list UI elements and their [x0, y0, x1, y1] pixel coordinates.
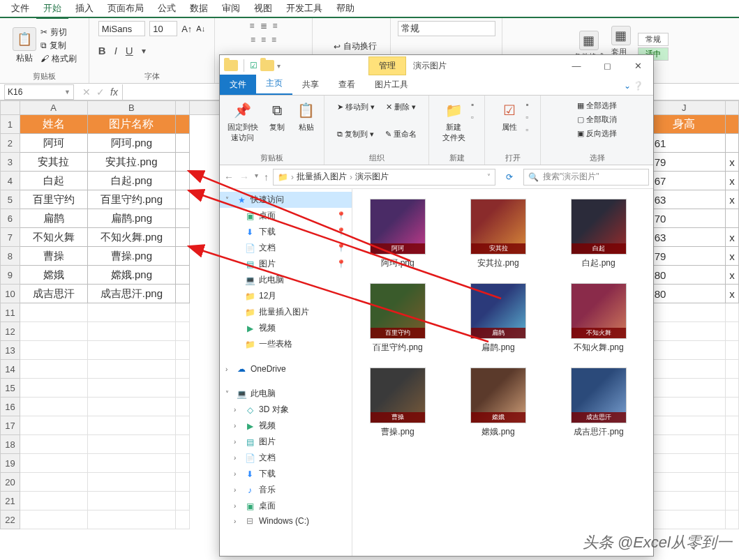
- row-header-14[interactable]: 14: [1, 360, 20, 379]
- name-box[interactable]: K16▼: [4, 84, 74, 100]
- fx-icon[interactable]: fx: [110, 86, 118, 98]
- paste-icon[interactable]: 📋: [13, 27, 36, 51]
- col-header-A[interactable]: A: [20, 101, 87, 115]
- number-format-select[interactable]: 常规: [398, 21, 495, 36]
- invert-select-button[interactable]: ▣ 反向选择: [576, 128, 618, 139]
- table-format-icon[interactable]: ▦: [611, 26, 631, 45]
- history-icon[interactable]: ▫: [525, 125, 528, 135]
- cell-A2[interactable]: 阿珂: [20, 134, 87, 153]
- open-icon[interactable]: ▪: [525, 100, 528, 109]
- cell-A9[interactable]: 嫦娥: [20, 266, 87, 285]
- format-painter-button[interactable]: 🖌 格式刷: [40, 53, 77, 65]
- breadcrumb[interactable]: 📁› 批量插入图片› 演示图片 ˅: [273, 169, 495, 186]
- select-all-button[interactable]: ▦ 全部选择: [576, 100, 618, 112]
- tab-file[interactable]: 文件: [220, 75, 256, 95]
- row-header-20[interactable]: 20: [1, 473, 20, 492]
- tree-node[interactable]: ⬇下载📍: [220, 224, 352, 240]
- back-button[interactable]: ←: [224, 172, 234, 183]
- tab-view[interactable]: 查看: [329, 75, 365, 95]
- tab-share[interactable]: 共享: [292, 75, 329, 95]
- qat-check-icon[interactable]: ☑: [250, 61, 257, 70]
- cell-B9[interactable]: 嫦娥.png: [87, 266, 176, 285]
- cell-B8[interactable]: 曹操.png: [87, 247, 176, 266]
- tree-node[interactable]: ›⬇下载: [220, 466, 352, 482]
- search-input[interactable]: 🔍 搜索"演示图片": [523, 169, 649, 186]
- row-header-9[interactable]: 9: [1, 266, 20, 285]
- pin-quick-access-button[interactable]: 📌固定到快 速访问: [225, 98, 261, 144]
- row-header-12[interactable]: 12: [1, 322, 20, 341]
- cell-J2[interactable]: 161: [643, 134, 726, 153]
- maximize-button[interactable]: ◻: [592, 56, 622, 75]
- forward-button[interactable]: →: [239, 172, 249, 183]
- explorer-tree[interactable]: ˅★快速访问▣桌面📍⬇下载📍📄文档📍▤图片📍💻此电脑📁12月📁批量插入图片▶视频…: [220, 189, 352, 556]
- row-header-16[interactable]: 16: [1, 398, 20, 416]
- cell-J7[interactable]: 163: [643, 228, 726, 247]
- row-header-21[interactable]: 21: [1, 492, 20, 510]
- menu-开发工具[interactable]: 开发工具: [279, 0, 329, 17]
- cell-B6[interactable]: 扁鹊.png: [87, 209, 176, 228]
- row-header-6[interactable]: 6: [1, 209, 20, 228]
- col-header-B[interactable]: B: [87, 101, 176, 115]
- cell-J5[interactable]: 163: [643, 190, 726, 209]
- select-all[interactable]: [1, 101, 20, 115]
- file-item[interactable]: 白起白起.png: [560, 199, 637, 269]
- italic-button[interactable]: I: [114, 45, 117, 56]
- cell-J9[interactable]: 180: [643, 266, 726, 285]
- file-item[interactable]: 百里守约百里守约.png: [359, 283, 436, 354]
- new-item-icon[interactable]: ▪: [471, 100, 474, 109]
- align-top-icon[interactable]: ≡: [249, 21, 254, 31]
- menu-帮助[interactable]: 帮助: [329, 0, 361, 17]
- cell-A8[interactable]: 曹操: [20, 247, 87, 266]
- menu-审阅[interactable]: 审阅: [215, 0, 247, 17]
- tree-node[interactable]: ›▶视频: [220, 418, 352, 434]
- row-header-13[interactable]: 13: [1, 341, 20, 360]
- menu-视图[interactable]: 视图: [247, 0, 279, 17]
- tree-node[interactable]: ▶视频: [220, 320, 352, 336]
- cell-A6[interactable]: 扁鹊: [20, 209, 87, 228]
- tree-node[interactable]: ›▤图片: [220, 434, 352, 450]
- select-none-button[interactable]: ▢ 全部取消: [576, 114, 618, 126]
- rename-button[interactable]: ✎ 重命名: [384, 128, 418, 140]
- tree-node[interactable]: ▣桌面📍: [220, 208, 352, 224]
- cell-B3[interactable]: 安其拉.png: [87, 153, 176, 172]
- row-header-19[interactable]: 19: [1, 454, 20, 473]
- tree-node[interactable]: ▤图片📍: [220, 256, 352, 272]
- file-item[interactable]: 安其拉安其拉.png: [460, 199, 537, 269]
- tab-tools[interactable]: 图片工具: [365, 75, 418, 95]
- font-name-select[interactable]: MiSans: [98, 21, 145, 36]
- tree-node[interactable]: ›☁OneDrive: [220, 362, 352, 376]
- align-left-icon[interactable]: ≡: [251, 35, 255, 45]
- new-folder-button[interactable]: 📁新建 文件夹: [440, 98, 468, 144]
- refresh-button[interactable]: ⟳: [500, 172, 519, 182]
- tree-node[interactable]: 📁12月: [220, 288, 352, 304]
- tab-home[interactable]: 主页: [256, 73, 292, 95]
- file-item[interactable]: 扁鹊扁鹊.png: [460, 283, 537, 354]
- easy-access-icon[interactable]: ▫: [471, 112, 474, 122]
- qat-more-icon[interactable]: ▾: [277, 62, 281, 70]
- cell-J6[interactable]: 170: [643, 209, 726, 228]
- row-header-2[interactable]: 2: [1, 134, 20, 153]
- cell-B10[interactable]: 成吉思汗.png: [87, 285, 176, 303]
- minimize-button[interactable]: —: [561, 56, 592, 75]
- align-center-icon[interactable]: ≡: [261, 35, 266, 45]
- tree-node[interactable]: ›📄文档: [220, 450, 352, 466]
- close-button[interactable]: ✕: [622, 56, 653, 75]
- cell-B1[interactable]: 图片名称: [87, 115, 176, 134]
- cell-J8[interactable]: 179: [643, 247, 726, 266]
- tree-node[interactable]: 💻此电脑: [220, 272, 352, 288]
- row-header-8[interactable]: 8: [1, 247, 20, 266]
- tree-node[interactable]: 📁一些表格: [220, 336, 352, 352]
- align-bottom-icon[interactable]: ≡: [273, 21, 278, 31]
- tree-node[interactable]: 📄文档📍: [220, 240, 352, 256]
- row-header-11[interactable]: 11: [1, 303, 20, 322]
- wrap-text-button[interactable]: ↩ 自动换行: [327, 40, 377, 52]
- file-item[interactable]: 不知火舞不知火舞.png: [560, 283, 637, 354]
- file-item[interactable]: 曹操曹操.png: [359, 368, 436, 438]
- enter-icon[interactable]: ✓: [96, 86, 105, 98]
- cell-J10[interactable]: 180: [643, 285, 726, 303]
- cut-button[interactable]: ✂ 剪切: [40, 27, 77, 38]
- menu-插入[interactable]: 插入: [68, 0, 100, 17]
- tree-node[interactable]: ›▣桌面: [220, 498, 352, 514]
- tree-node[interactable]: 📁批量插入图片: [220, 304, 352, 320]
- row-header-10[interactable]: 10: [1, 285, 20, 303]
